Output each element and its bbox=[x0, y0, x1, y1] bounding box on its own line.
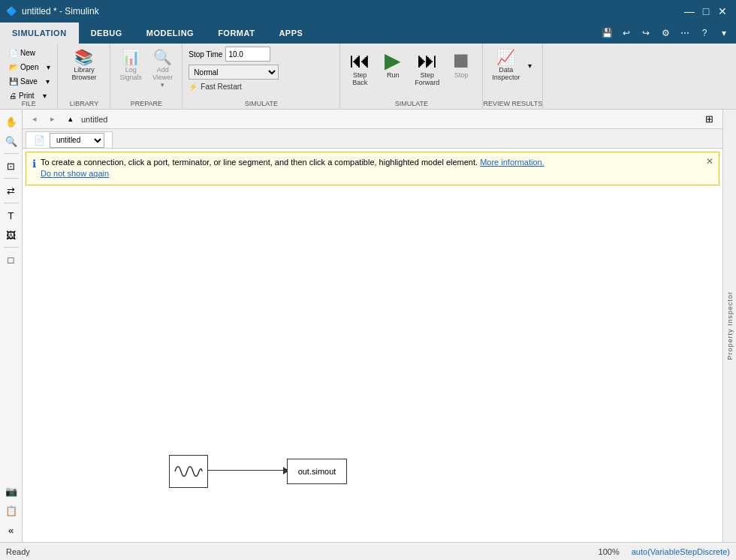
info-icon: ℹ bbox=[32, 158, 36, 170]
info-close-button[interactable]: ✕ bbox=[704, 155, 716, 167]
title-bar-left: 🔷 untitled * - Simulink bbox=[6, 6, 99, 17]
open-icon: 📂 bbox=[9, 63, 18, 71]
sim-mode-select[interactable]: Normal Accelerator Rapid Accelerator bbox=[189, 65, 279, 80]
simulate-section: Stop Time Normal Accelerator Rapid Accel… bbox=[182, 44, 340, 109]
model-area: Model Browser ✋ 🔍 ⊡ ⇄ T 🖼 □ 📷 📋 « ◂ ▸ ▴ … bbox=[0, 110, 736, 542]
info-bar: ℹ To create a connection, click a port, … bbox=[26, 152, 719, 185]
prepare-section: 📊 Log Signals 🔍 Add Viewer ▾ PREPARE bbox=[110, 44, 182, 109]
review-section-label: REVIEW RESULTS bbox=[483, 100, 542, 107]
more-info-link[interactable]: More information. bbox=[480, 158, 544, 167]
data-inspector-dropdown[interactable]: ▾ bbox=[526, 59, 534, 72]
step-back-icon: ⏮ bbox=[349, 50, 370, 71]
add-viewer-button[interactable]: 🔍 Add Viewer ▾ bbox=[148, 47, 177, 92]
tab-modeling[interactable]: MODELING bbox=[134, 23, 206, 44]
tool-zoom-in[interactable]: 🔍 bbox=[2, 132, 20, 150]
model-tab[interactable]: 📄 untitled bbox=[26, 131, 113, 148]
step-back-button[interactable]: ⏮ Step Back bbox=[343, 47, 376, 90]
model-canvas[interactable]: out.simout bbox=[23, 188, 722, 542]
sim-run-buttons: ⏮ Step Back ▶ Run ⏭ Step Forward ⏹ Stop … bbox=[340, 44, 483, 109]
tab-simulation[interactable]: SIMULATION bbox=[0, 23, 79, 44]
run-button[interactable]: ▶ Run bbox=[376, 47, 409, 83]
up-button[interactable]: ▴ bbox=[63, 112, 78, 127]
quick-access-more[interactable]: ⋯ bbox=[676, 24, 694, 42]
open-button[interactable]: 📂 Open bbox=[5, 61, 43, 74]
outport-label: out.simout bbox=[298, 467, 336, 476]
left-toolbar: Model Browser ✋ 🔍 ⊡ ⇄ T 🖼 □ 📷 📋 « bbox=[0, 110, 23, 542]
library-section: 📚 Library Browser LIBRARY bbox=[58, 44, 110, 109]
quick-access-undo[interactable]: ↩ bbox=[617, 24, 635, 42]
separator-2 bbox=[4, 178, 19, 179]
separator-3 bbox=[4, 203, 19, 203]
tab-debug[interactable]: DEBUG bbox=[79, 23, 134, 44]
sim-mode-row: Normal Accelerator Rapid Accelerator bbox=[189, 65, 336, 80]
print-icon: 🖨 bbox=[9, 92, 17, 100]
quick-access-extra[interactable]: ▾ bbox=[715, 24, 733, 42]
open-dropdown-button[interactable]: ▾ bbox=[44, 61, 53, 74]
file-section-label: FILE bbox=[0, 100, 57, 107]
review-content: 📈 Data Inspector ▾ bbox=[487, 47, 538, 84]
simulate-section-label: SIMULATE bbox=[182, 100, 339, 107]
data-inspector-button[interactable]: 📈 Data Inspector bbox=[487, 47, 524, 84]
forward-button[interactable]: ▸ bbox=[45, 112, 60, 127]
library-section-label: LIBRARY bbox=[58, 100, 110, 107]
new-button[interactable]: 📄 New bbox=[5, 47, 40, 59]
info-text: To create a connection, click a port, te… bbox=[41, 157, 713, 180]
right-panel: Property Inspector bbox=[722, 110, 736, 542]
breadcrumb-text: untitled bbox=[81, 115, 107, 124]
sine-wave-block[interactable] bbox=[169, 455, 208, 488]
tool-image[interactable]: 🖼 bbox=[2, 226, 20, 244]
do-not-show-link[interactable]: Do not show again bbox=[41, 169, 109, 178]
title-bar-controls: — □ ✕ bbox=[682, 4, 730, 19]
maximize-button[interactable]: □ bbox=[698, 4, 713, 19]
tool-arrows[interactable]: ⇄ bbox=[2, 182, 20, 200]
fast-restart-row: ⚡ Fast Restart bbox=[189, 83, 336, 91]
model-tab-select[interactable]: untitled bbox=[50, 133, 104, 148]
tool-collapse[interactable]: « bbox=[2, 521, 20, 539]
back-button[interactable]: ◂ bbox=[27, 112, 42, 127]
file-open-row: 📂 Open ▾ bbox=[5, 61, 53, 74]
library-icon: 📚 bbox=[74, 50, 93, 65]
status-zoom: 100% bbox=[599, 547, 620, 556]
outport-block[interactable]: out.simout bbox=[287, 459, 347, 484]
status-ready: Ready bbox=[6, 547, 30, 556]
quick-access-settings[interactable]: ⚙ bbox=[656, 24, 674, 42]
quick-access-help[interactable]: ? bbox=[695, 24, 713, 42]
tool-rect[interactable]: □ bbox=[2, 251, 20, 269]
tab-format[interactable]: FORMAT bbox=[206, 23, 267, 44]
fast-restart-icon: ⚡ bbox=[189, 83, 198, 91]
log-signals-button[interactable]: 📊 Log Signals bbox=[115, 47, 146, 84]
close-button[interactable]: ✕ bbox=[715, 4, 730, 19]
new-icon: 📄 bbox=[9, 49, 18, 57]
tool-fit[interactable]: ⊡ bbox=[2, 157, 20, 175]
ribbon: 📄 New 📂 Open ▾ 💾 Save ▾ � bbox=[0, 44, 736, 110]
fast-restart-label: Fast Restart bbox=[201, 83, 241, 91]
stop-time-input[interactable] bbox=[225, 47, 270, 62]
right-panel-label: Property Inspector bbox=[726, 291, 734, 360]
stop-button[interactable]: ⏹ Stop bbox=[445, 47, 478, 83]
canvas-container: ◂ ▸ ▴ untitled ⊞ 📄 untitled ℹ To create … bbox=[23, 110, 722, 542]
grid-view-button[interactable]: ⊞ bbox=[700, 112, 718, 127]
model-tab-bar: 📄 untitled bbox=[23, 129, 722, 149]
save-dropdown-button[interactable]: ▾ bbox=[44, 75, 52, 88]
title-bar: 🔷 untitled * - Simulink — □ ✕ bbox=[0, 0, 736, 23]
save-icon: 💾 bbox=[9, 77, 18, 86]
tool-camera[interactable]: 📷 bbox=[2, 482, 20, 500]
status-right: 100% auto(VariableStepDiscrete) bbox=[599, 547, 730, 556]
file-section: 📄 New 📂 Open ▾ 💾 Save ▾ � bbox=[0, 44, 58, 109]
file-new-row: 📄 New bbox=[5, 47, 40, 59]
quick-access-save[interactable]: 💾 bbox=[598, 24, 616, 42]
tool-text[interactable]: T bbox=[2, 206, 20, 224]
step-forward-button[interactable]: ⏭ Step Forward bbox=[409, 47, 445, 90]
tool-log[interactable]: 📋 bbox=[2, 501, 20, 519]
save-button[interactable]: 💾 Save bbox=[5, 75, 42, 88]
minimize-button[interactable]: — bbox=[682, 4, 697, 19]
window-title: untitled * - Simulink bbox=[22, 6, 99, 17]
model-tab-icon: 📄 bbox=[34, 135, 45, 146]
status-bar: Ready 100% auto(VariableStepDiscrete) bbox=[0, 542, 736, 560]
status-solver: auto(VariableStepDiscrete) bbox=[632, 547, 730, 556]
library-browser-button[interactable]: 📚 Library Browser bbox=[67, 47, 101, 84]
quick-access-redo[interactable]: ↪ bbox=[637, 24, 655, 42]
tab-apps[interactable]: APPS bbox=[267, 23, 315, 44]
tool-hand[interactable]: ✋ bbox=[2, 113, 20, 131]
breadcrumb-bar: ◂ ▸ ▴ untitled ⊞ bbox=[23, 110, 722, 129]
